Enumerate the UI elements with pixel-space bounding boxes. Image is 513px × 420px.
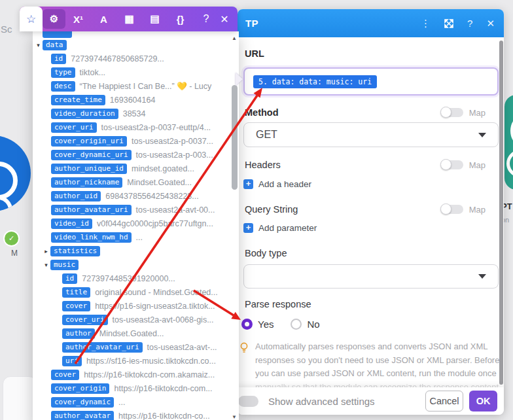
variable-chip[interactable]: cover_dynamic_uri — [51, 150, 132, 160]
tab-functions[interactable]: {} — [168, 7, 193, 31]
tab-close-icon[interactable]: ✕ — [215, 7, 234, 31]
variable-chip[interactable]: create_time — [51, 95, 105, 105]
parse-response-hint: Automatically parses responses and conve… — [239, 340, 487, 394]
close-icon[interactable]: ✕ — [486, 18, 495, 28]
panel-scrollbar[interactable] — [499, 41, 503, 385]
variable-value: ... — [118, 398, 125, 407]
tab-math[interactable]: X¹ — [65, 7, 91, 31]
radio-yes-label: Yes — [258, 319, 274, 330]
variable-chip[interactable]: cover_origin_uri — [51, 136, 127, 147]
collapse-icon[interactable]: ▾ — [42, 262, 50, 268]
variable-value: tiktok... — [80, 68, 106, 77]
add-parameter-button[interactable]: + Add parameter — [243, 223, 317, 233]
variable-value: 1693604164 — [110, 96, 156, 105]
parse-response-label: Parse response — [245, 299, 311, 309]
field-focus-handle-icon — [236, 73, 243, 86]
variable-chip[interactable]: video_duration — [51, 109, 118, 119]
variable-value: “The Happiest I Can Be...” 💛 - Lucy — [80, 81, 212, 91]
plus-icon: + — [243, 179, 253, 189]
variable-chip[interactable]: author_unique_id — [51, 164, 127, 174]
variable-chip[interactable]: type — [51, 67, 75, 78]
tab-text[interactable]: A — [91, 7, 116, 31]
body-type-select[interactable] — [243, 264, 499, 289]
ok-button[interactable]: OK — [469, 391, 497, 411]
advanced-settings-toggle[interactable] — [238, 396, 258, 407]
variable-value: https://p16-sign-useast2a.tiktok... — [95, 302, 215, 311]
tab-date[interactable]: ▦ — [116, 7, 142, 31]
variable-chip[interactable]: cover_dynamic — [51, 397, 114, 408]
variable-value: ... — [136, 233, 143, 242]
variable-value: Mindset.Goated... — [127, 178, 192, 187]
tab-help-icon[interactable]: ? — [197, 7, 215, 31]
tab-general[interactable]: ⚙ — [43, 9, 65, 29]
variable-value: tos-useast2a-p-0037-euttp/4... — [101, 123, 211, 132]
variable-value: tos-useast2a-p-0037... — [132, 137, 213, 146]
variable-chip[interactable]: cover — [62, 301, 90, 311]
tree-row-desc: desc“The Happiest I Can Be...” 💛 - Lucy — [33, 79, 239, 93]
variable-chip[interactable]: author_avatar — [51, 411, 114, 420]
cancel-button[interactable]: Cancel — [425, 391, 463, 411]
query-map-toggle[interactable] — [442, 205, 463, 214]
menu-dots-icon[interactable]: ⋮ — [421, 18, 431, 28]
radio-yes[interactable] — [241, 319, 253, 330]
variable-chip[interactable]: cover_uri — [62, 315, 108, 325]
tree-row-author_avatar: author_avatarhttps://p16-tiktokcdn-co... — [33, 409, 239, 420]
scroll-down-icon[interactable]: ▼ — [232, 414, 237, 420]
variable-chip[interactable]: video_link_nwm_hd — [51, 232, 132, 243]
variable-chip[interactable]: author_avatar_uri — [51, 205, 132, 215]
collapse-icon[interactable]: ▾ — [34, 42, 43, 48]
headers-map-toggle[interactable] — [442, 160, 463, 169]
variable-chip[interactable]: author — [62, 328, 95, 339]
radio-no[interactable] — [291, 319, 302, 330]
tree-row-video_duration: video_duration38534 — [33, 107, 239, 120]
scroll-up-icon[interactable]: ▲ — [232, 35, 237, 41]
variable-value: https://p16-tiktokcdn-com.akamaiz... — [84, 370, 215, 379]
tree-row-cover: coverhttps://p16-tiktokcdn-com.akamaiz..… — [33, 368, 239, 381]
variable-value: https://p16-tiktokcdn-co... — [118, 411, 210, 420]
variable-chip[interactable]: uri — [62, 356, 82, 366]
tree-row-type: typetiktok... — [33, 65, 239, 79]
variable-chip[interactable]: id — [51, 54, 66, 64]
variable-chip[interactable]: cover_uri — [51, 122, 97, 133]
variable-chip[interactable]: title — [62, 287, 90, 298]
map-label: Map — [469, 205, 486, 215]
variable-value: https://sf16-ies-music.tiktokcdn.co... — [86, 357, 216, 366]
add-header-button[interactable]: + Add a header — [243, 179, 311, 189]
variable-chip[interactable]: cover_origin — [51, 383, 109, 394]
method-select[interactable]: GET — [243, 122, 499, 147]
variable-value: 6984378556425438223... — [105, 192, 199, 201]
hint-line: Automatically parses responses and conve… — [255, 340, 499, 354]
tab-array[interactable]: ▤ — [142, 7, 168, 31]
tree-row-author_unique_id: author_unique_idmindset.goated... — [33, 162, 239, 175]
variable-chip[interactable]: desc — [51, 81, 75, 92]
expand-icon[interactable]: ▸ — [42, 248, 50, 254]
tree-row-music: ▾music — [33, 258, 239, 271]
variable-chip[interactable]: cover — [51, 370, 79, 380]
picker-scrollbar-thumb[interactable] — [232, 85, 238, 190]
variable-chip[interactable]: author_uid — [51, 191, 101, 201]
variable-chip[interactable]: statistics — [50, 246, 100, 256]
expand-icon[interactable] — [444, 19, 453, 28]
tree-row-uri: urihttps://sf16-ies-music.tiktokcdn.co..… — [33, 354, 239, 368]
mapped-variable-tag[interactable]: 5. data: data: music: uri — [253, 75, 377, 88]
radio-no-label: No — [307, 319, 319, 330]
url-input[interactable]: 5. data: data: music: uri — [243, 67, 499, 96]
panel-header: TP ⋮ ? ✕ — [238, 9, 504, 37]
add-parameter-label: Add parameter — [258, 223, 317, 233]
panel-title: TP — [245, 18, 258, 29]
tree-row-data: ▾data — [33, 38, 239, 52]
help-icon[interactable]: ? — [467, 18, 472, 28]
variable-chip[interactable]: id — [62, 273, 77, 284]
variable-chip[interactable]: author_nickname — [51, 177, 122, 188]
variable-chip[interactable]: music — [50, 260, 79, 270]
tree-row-id: id7273974467850685729... — [33, 52, 239, 65]
method-map-toggle[interactable] — [442, 108, 463, 117]
variable-chip[interactable]: data — [43, 40, 67, 50]
variable-chip[interactable]: author_avatar_uri — [62, 342, 143, 353]
variable-value: mindset.goated... — [132, 164, 194, 173]
chevron-down-icon — [478, 274, 486, 279]
tab-favorites[interactable]: ☆ — [20, 7, 43, 31]
variable-chip[interactable]: video_id — [51, 219, 92, 229]
advanced-settings-label: Show advanced settings — [268, 396, 425, 407]
tree-row-author_uid: author_uid6984378556425438223... — [33, 189, 239, 203]
